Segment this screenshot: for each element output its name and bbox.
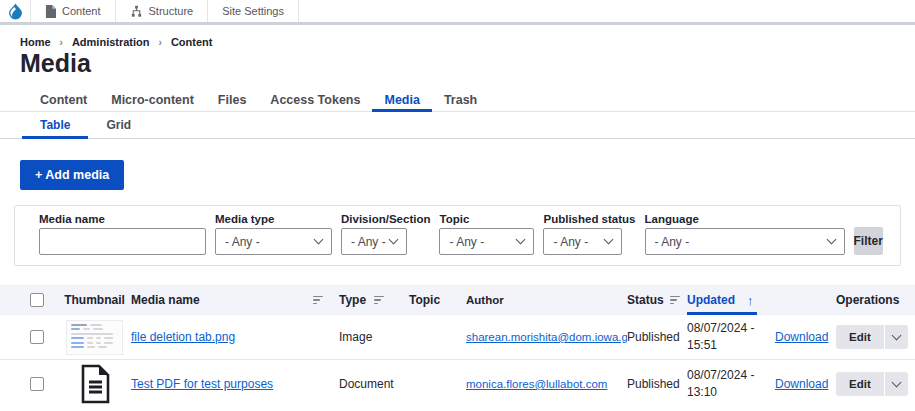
table-row: file deletion tab.png Image sharean.mori…	[0, 315, 915, 360]
chevron-down-icon	[516, 235, 526, 245]
sort-ascending-icon: ↑	[747, 293, 754, 308]
filter-media-type: Media type - Any -	[215, 213, 332, 255]
download-link[interactable]: Download	[775, 330, 828, 344]
toolbar-item-structure[interactable]: Structure	[116, 0, 209, 22]
view-tab-table[interactable]: Table	[22, 112, 88, 138]
sort-icon[interactable]	[313, 294, 323, 307]
tab-micro-content[interactable]: Micro-content	[99, 88, 206, 111]
chevron-down-icon	[389, 235, 399, 245]
image-thumbnail	[66, 320, 123, 355]
filter-published-status: Published status - Any -	[543, 213, 635, 255]
edit-button[interactable]: Edit	[836, 325, 885, 349]
breadcrumb-separator: ›	[60, 37, 63, 48]
division-section-select[interactable]: - Any -	[341, 228, 407, 255]
chevron-down-icon	[604, 235, 614, 245]
toolbar-item-label: Site Settings	[222, 5, 284, 17]
edit-dropdown-toggle[interactable]	[885, 325, 908, 349]
topic-select[interactable]: - Any -	[439, 228, 534, 255]
header-operations: Operations	[836, 293, 915, 307]
tab-files[interactable]: Files	[206, 88, 259, 111]
media-name-link[interactable]: Test PDF for test purposes	[131, 377, 273, 391]
toolbar-item-label: Content	[62, 5, 101, 17]
media-name-label: Media name	[39, 213, 206, 225]
table-header-row: Thumbnail Media name Type Topic Author S…	[0, 285, 915, 315]
primary-tabs: Content Micro-content Files Access Token…	[0, 88, 915, 112]
published-status-label: Published status	[543, 213, 635, 225]
drupal-logo[interactable]	[0, 0, 31, 22]
filter-language: Language - Any -	[645, 213, 845, 255]
chevron-down-icon	[314, 235, 324, 245]
media-table: Thumbnail Media name Type Topic Author S…	[0, 285, 915, 408]
tab-access-tokens[interactable]: Access Tokens	[258, 88, 372, 111]
view-tabs: Table Grid	[0, 112, 915, 139]
breadcrumb-administration[interactable]: Administration	[72, 36, 150, 48]
document-icon	[45, 5, 56, 18]
topic-label: Topic	[439, 213, 534, 225]
media-name-link[interactable]: file deletion tab.png	[131, 330, 235, 344]
status-value: Published	[627, 330, 687, 344]
edit-dropdown-toggle[interactable]	[885, 372, 908, 396]
updated-value: 08/07/2024 - 13:10	[687, 367, 754, 402]
header-author: Author	[466, 294, 627, 306]
drupal-drop-icon	[7, 2, 24, 20]
filter-division-section: Division/Section - Any -	[341, 213, 430, 255]
sort-icon[interactable]	[670, 294, 680, 307]
operations-split-button: Edit	[836, 372, 908, 396]
document-file-icon	[79, 364, 111, 404]
select-all-checkbox[interactable]	[30, 293, 44, 307]
author-link[interactable]: sharean.morishita@dom.iowa.gov	[466, 331, 627, 343]
operations-split-button: Edit	[836, 325, 908, 349]
sitemap-icon	[130, 5, 143, 18]
chevron-down-icon	[891, 377, 901, 387]
media-name-input[interactable]	[39, 228, 206, 255]
toolbar-item-site-settings[interactable]: Site Settings	[208, 0, 299, 22]
media-type-value: Image	[339, 330, 372, 344]
breadcrumb-home[interactable]: Home	[20, 36, 51, 48]
sort-icon[interactable]	[374, 294, 384, 307]
add-media-button[interactable]: + Add media	[20, 160, 124, 190]
language-select[interactable]: - Any -	[645, 228, 845, 255]
chevron-down-icon	[891, 330, 901, 340]
chevron-down-icon	[826, 235, 836, 245]
page-title: Media	[20, 48, 915, 78]
breadcrumb-separator: ›	[159, 37, 162, 48]
view-tab-grid[interactable]: Grid	[88, 112, 149, 138]
filter-topic: Topic - Any -	[439, 213, 534, 255]
filter-media-name: Media name	[39, 213, 206, 255]
header-status: Status	[627, 293, 664, 307]
division-section-label: Division/Section	[341, 213, 430, 225]
edit-button[interactable]: Edit	[836, 372, 885, 396]
table-row: Test PDF for test purposes Document moni…	[0, 360, 915, 408]
header-media-name: Media name	[131, 293, 200, 307]
toolbar-item-content[interactable]: Content	[31, 0, 116, 22]
row-checkbox[interactable]	[30, 377, 44, 391]
tab-trash[interactable]: Trash	[432, 88, 489, 111]
header-updated-sort[interactable]: Updated ↑	[687, 285, 754, 315]
published-status-select[interactable]: - Any -	[543, 228, 622, 255]
media-type-select[interactable]: - Any -	[215, 228, 332, 255]
breadcrumb: Home › Administration › Content	[20, 36, 915, 48]
status-value: Published	[627, 377, 687, 391]
filter-bar: Media name Media type - Any - Division/S…	[14, 205, 901, 266]
language-label: Language	[645, 213, 845, 225]
updated-value: 08/07/2024 - 15:51	[687, 320, 754, 355]
media-type-value: Document	[339, 377, 394, 391]
header-thumbnail: Thumbnail	[58, 293, 131, 307]
toolbar-item-label: Structure	[149, 5, 194, 17]
filter-submit-button[interactable]: Filter	[854, 227, 883, 255]
tab-media[interactable]: Media	[372, 88, 431, 111]
author-link[interactable]: monica.flores@lullabot.com	[466, 378, 607, 390]
admin-toolbar: Content Structure Site Settings	[0, 0, 915, 25]
breadcrumb-content[interactable]: Content	[171, 36, 213, 48]
media-type-label: Media type	[215, 213, 332, 225]
row-checkbox[interactable]	[30, 330, 44, 344]
header-type: Type	[339, 293, 366, 307]
download-link[interactable]: Download	[775, 377, 828, 391]
header-topic: Topic	[409, 293, 466, 307]
tab-content[interactable]: Content	[28, 88, 99, 111]
